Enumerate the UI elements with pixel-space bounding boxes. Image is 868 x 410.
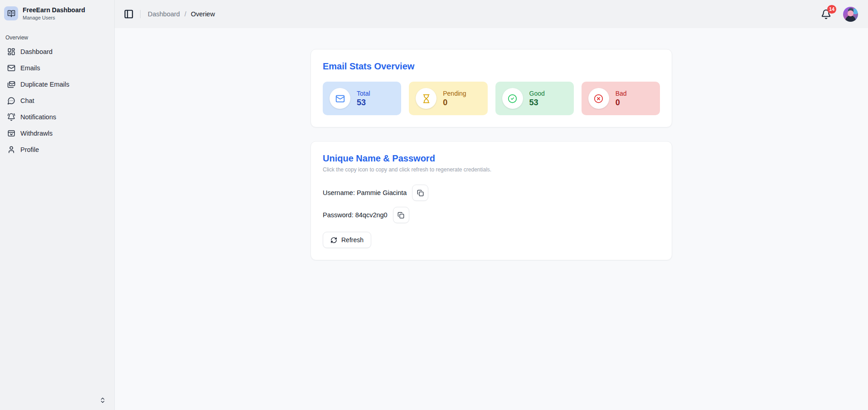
- user-icon: [7, 146, 15, 154]
- stat-value: 0: [443, 98, 466, 107]
- topbar: Dashboard / Overiew 14: [115, 0, 868, 28]
- stat-value: 53: [529, 98, 545, 107]
- content: Email Stats Overview Total 53: [115, 28, 868, 410]
- hourglass-icon: [416, 88, 436, 109]
- password-label: Password:: [323, 211, 354, 219]
- sidebar-nav: Dashboard Emails Duplicate Emails Chat N…: [0, 44, 114, 158]
- mail-icon: [330, 88, 350, 109]
- username-value: Pammie Giacinta: [357, 189, 407, 196]
- sidebar: FreeEarn Dashboard Manage Users Overview…: [0, 0, 115, 410]
- sidebar-item-duplicate-emails[interactable]: Duplicate Emails: [4, 76, 111, 93]
- notifications-button[interactable]: 14: [821, 9, 831, 20]
- credentials-title: Unique Name & Password: [323, 153, 660, 164]
- stat-value: 53: [357, 98, 370, 107]
- topbar-divider: [140, 10, 141, 18]
- sidebar-item-notifications[interactable]: Notifications: [4, 109, 111, 125]
- email-stats-title: Email Stats Overview: [323, 61, 660, 72]
- layout-dashboard-icon: [7, 48, 15, 56]
- panel-left-icon: [124, 9, 134, 19]
- stat-label: Pending: [443, 90, 466, 97]
- username-label: Username:: [323, 189, 355, 196]
- brand-text: FreeEarn Dashboard Manage Users: [23, 6, 85, 21]
- sidebar-item-label: Withdrawls: [20, 130, 53, 137]
- withdraw-box-icon: [7, 129, 15, 137]
- sidebar-toggle-button[interactable]: [123, 8, 135, 20]
- stat-tile-good: Good 53: [495, 82, 574, 115]
- breadcrumb-current: Overiew: [191, 10, 215, 18]
- refresh-icon: [330, 237, 337, 244]
- credentials-card: Unique Name & Password Click the copy ic…: [310, 141, 672, 260]
- sidebar-item-label: Dashboard: [20, 48, 53, 55]
- notification-count-badge: 14: [827, 5, 836, 14]
- email-stats-card: Email Stats Overview Total 53: [310, 49, 672, 127]
- sidebar-item-label: Chat: [20, 97, 34, 104]
- breadcrumb: Dashboard / Overiew: [148, 10, 215, 18]
- stat-label: Total: [357, 90, 370, 97]
- sidebar-item-label: Duplicate Emails: [20, 81, 69, 88]
- brand: FreeEarn Dashboard Manage Users: [0, 0, 114, 26]
- sidebar-item-label: Emails: [20, 64, 40, 72]
- breadcrumb-separator: /: [184, 10, 186, 18]
- sidebar-item-chat[interactable]: Chat: [4, 93, 111, 109]
- bell-ring-icon: [7, 113, 15, 121]
- refresh-button[interactable]: Refresh: [323, 232, 371, 248]
- chevrons-up-down-icon: [99, 397, 106, 404]
- user-avatar[interactable]: [843, 7, 858, 22]
- sidebar-item-label: Notifications: [20, 113, 56, 121]
- copy-username-button[interactable]: [412, 185, 428, 201]
- sidebar-item-dashboard[interactable]: Dashboard: [4, 44, 111, 60]
- message-circle-icon: [7, 97, 15, 105]
- x-circle-icon: [588, 88, 609, 109]
- sidebar-item-emails[interactable]: Emails: [4, 60, 111, 76]
- stat-tile-total: Total 53: [323, 82, 401, 115]
- stat-tile-bad: Bad 0: [582, 82, 660, 115]
- stat-tile-pending: Pending 0: [409, 82, 487, 115]
- refresh-button-label: Refresh: [341, 236, 364, 244]
- sidebar-collapse-control[interactable]: [97, 395, 108, 405]
- stat-tiles: Total 53 Pending 0: [323, 82, 660, 115]
- app-subtitle: Manage Users: [23, 15, 85, 21]
- app-title: FreeEarn Dashboard: [23, 6, 85, 15]
- password-value: 84qcv2ng0: [355, 211, 388, 219]
- credentials-subtitle: Click the copy icon to copy and click re…: [323, 166, 660, 173]
- username-text: Username: Pammie Giacinta: [323, 189, 407, 196]
- password-row: Password: 84qcv2ng0: [323, 207, 660, 223]
- copy-icon: [398, 212, 404, 219]
- open-book-icon: [4, 6, 18, 20]
- sidebar-section-label: Overview: [0, 26, 114, 44]
- main-area: Dashboard / Overiew 14 Email Stats Overv…: [115, 0, 868, 410]
- stat-value: 0: [616, 98, 627, 107]
- check-circle-icon: [502, 88, 523, 109]
- sidebar-item-withdrawls[interactable]: Withdrawls: [4, 125, 111, 142]
- mails-icon: [7, 80, 15, 88]
- breadcrumb-dashboard[interactable]: Dashboard: [148, 10, 180, 18]
- sidebar-item-profile[interactable]: Profile: [4, 142, 111, 158]
- stat-label: Good: [529, 90, 545, 97]
- stat-label: Bad: [616, 90, 627, 97]
- copy-password-button[interactable]: [393, 207, 409, 223]
- copy-icon: [417, 190, 424, 196]
- username-row: Username: Pammie Giacinta: [323, 185, 660, 201]
- password-text: Password: 84qcv2ng0: [323, 211, 388, 219]
- mail-icon: [7, 64, 15, 72]
- sidebar-item-label: Profile: [20, 146, 39, 153]
